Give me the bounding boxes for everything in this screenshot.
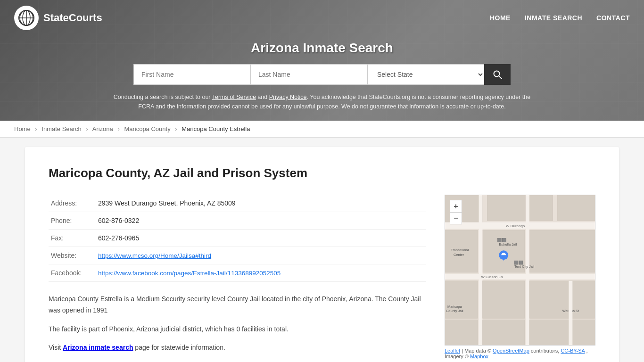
- desc3-suffix: page for statewide information.: [133, 344, 225, 351]
- svg-rect-16: [526, 195, 529, 345]
- svg-rect-21: [445, 320, 478, 345]
- map-label-county-jail: County Jail: [446, 309, 463, 313]
- breadcrumb-sep-1: ›: [35, 125, 37, 132]
- map-zoom-out[interactable]: −: [450, 212, 462, 224]
- map-container: W Durango St W Gibson Ln: [445, 195, 595, 346]
- svg-rect-14: [529, 230, 595, 272]
- breadcrumb-sep-3: ›: [117, 125, 119, 132]
- first-name-input[interactable]: [133, 64, 250, 85]
- header: StateCourts HOME INMATE SEARCH CONTACT A…: [0, 0, 644, 121]
- map-label-maricopa: Maricopa: [447, 304, 462, 309]
- phone-row: Phone: 602-876-0322: [49, 212, 426, 230]
- map-zoom-in[interactable]: +: [450, 200, 462, 212]
- search-button[interactable]: [484, 64, 511, 85]
- content-left: Address: 2939 West Durango Street, Phoen…: [49, 195, 426, 361]
- fax-label: Fax:: [49, 230, 96, 247]
- desc3-link-text: Arizona inmate search: [63, 344, 133, 351]
- facility-title: Maricopa County, AZ Jail and Prison Syst…: [49, 166, 595, 181]
- map-zoom-controls: + −: [450, 200, 462, 224]
- disclaimer-text: Conducting a search is subject to our Te…: [110, 92, 534, 111]
- facebook-value: https://www.facebook.com/pages/Estrella-…: [96, 264, 426, 282]
- svg-rect-22: [483, 320, 525, 345]
- info-table: Address: 2939 West Durango Street, Phoen…: [49, 195, 426, 282]
- logo-area[interactable]: StateCourts: [14, 6, 102, 30]
- map-svg: W Durango St W Gibson Ln: [445, 195, 595, 345]
- breadcrumb-sep-2: ›: [86, 125, 88, 132]
- map-label-center: Center: [454, 253, 464, 257]
- fax-row: Fax: 602-276-0965: [49, 230, 426, 247]
- svg-rect-24: [497, 238, 501, 242]
- content-right: W Durango St W Gibson Ln: [445, 195, 595, 361]
- svg-rect-9: [487, 195, 553, 221]
- svg-rect-25: [502, 238, 506, 242]
- terms-link[interactable]: Terms of Service: [212, 94, 256, 100]
- last-name-input[interactable]: [250, 64, 367, 85]
- address-row: Address: 2939 West Durango Street, Phoen…: [49, 195, 426, 212]
- credits-sep1: | Map data ©: [462, 348, 493, 354]
- nav-inmate-search[interactable]: INMATE SEARCH: [525, 14, 582, 22]
- navigation: StateCourts HOME INMATE SEARCH CONTACT: [0, 0, 644, 36]
- address-label: Address:: [49, 195, 96, 212]
- nav-links: HOME INMATE SEARCH CONTACT: [490, 14, 630, 22]
- logo-svg: [18, 9, 35, 26]
- breadcrumb-home[interactable]: Home: [14, 125, 31, 132]
- website-value: https://www.mcso.org/Home/Jailsa#third: [96, 247, 426, 264]
- privacy-link[interactable]: Privacy Notice: [269, 94, 307, 100]
- description-3: Visit Arizona inmate search page for sta…: [49, 342, 426, 354]
- credits-sep2: contributors,: [531, 348, 561, 354]
- facebook-row: Facebook: https://www.facebook.com/pages…: [49, 264, 426, 282]
- leaflet-link[interactable]: Leaflet: [445, 348, 460, 354]
- facebook-label: Facebook:: [49, 264, 96, 282]
- breadcrumb-sep-4: ›: [175, 125, 177, 132]
- ccbysa-link[interactable]: CC-BY-SA: [561, 348, 585, 354]
- svg-rect-19: [483, 281, 525, 319]
- facebook-link[interactable]: https://www.facebook.com/pages/Estrella-…: [98, 270, 281, 277]
- logo-icon: [14, 6, 39, 30]
- description-2: The facility is part of Phoenix, Arizona…: [49, 324, 426, 335]
- nav-contact[interactable]: CONTACT: [596, 14, 630, 22]
- breadcrumb-state[interactable]: Arizona: [92, 125, 113, 132]
- address-value: 2939 West Durango Street, Phoenix, AZ 85…: [96, 195, 426, 212]
- map-label-tent: Tent City Jail: [514, 264, 535, 269]
- header-content: StateCourts HOME INMATE SEARCH CONTACT A…: [0, 0, 644, 121]
- svg-rect-17: [445, 274, 595, 280]
- logo-text: StateCourts: [43, 12, 102, 24]
- content-grid: Address: 2939 West Durango Street, Phoen…: [49, 195, 595, 361]
- main-content: Maricopa County, AZ Jail and Prison Syst…: [0, 147, 644, 362]
- svg-rect-15: [479, 195, 483, 345]
- phone-label: Phone:: [49, 212, 96, 230]
- svg-line-6: [499, 76, 502, 79]
- svg-rect-30: [519, 261, 523, 264]
- desc3-prefix: Visit: [49, 344, 63, 351]
- description-1: Maricopa County Estrella is a Medium Sec…: [49, 294, 426, 316]
- website-link[interactable]: https://www.mcso.org/Home/Jailsa#third: [98, 252, 211, 259]
- hero-section: Arizona Inmate Search Select State Arizo…: [0, 36, 644, 121]
- svg-rect-10: [558, 195, 595, 221]
- search-bar: Select State Arizona: [133, 64, 511, 85]
- fax-value: 602-276-0965: [96, 230, 426, 247]
- map-label-estrella: Estrella Jail: [499, 242, 517, 247]
- breadcrumb: Home › Inmate Search › Arizona › Maricop…: [0, 121, 644, 138]
- breadcrumb-inmate-search[interactable]: Inmate Search: [41, 125, 82, 132]
- svg-rect-31: [569, 281, 572, 345]
- hero-title: Arizona Inmate Search: [9, 41, 635, 56]
- breadcrumb-current: Maricopa County Estrella: [182, 125, 250, 132]
- mapbox-link[interactable]: Mapbox: [470, 354, 488, 359]
- osm-link[interactable]: OpenStreetMap: [493, 348, 529, 354]
- search-icon: [493, 70, 502, 79]
- breadcrumb-county[interactable]: Maricopa County: [124, 125, 170, 132]
- content-card: Maricopa County, AZ Jail and Prison Syst…: [25, 147, 619, 362]
- state-select[interactable]: Select State Arizona: [367, 64, 484, 85]
- phone-value: 602-876-0322: [96, 212, 426, 230]
- map-credits: Leaflet | Map data © OpenStreetMap contr…: [445, 348, 595, 359]
- website-label: Website:: [49, 247, 96, 264]
- svg-rect-23: [529, 320, 595, 345]
- svg-rect-29: [514, 261, 518, 264]
- az-inmate-search-link[interactable]: Arizona inmate search: [63, 344, 133, 351]
- website-row: Website: https://www.mcso.org/Home/Jails…: [49, 247, 426, 264]
- map-gibson-label: W Gibson Ln: [481, 275, 503, 279]
- map-label-transitional: Transitional: [451, 248, 469, 252]
- nav-home[interactable]: HOME: [490, 14, 511, 22]
